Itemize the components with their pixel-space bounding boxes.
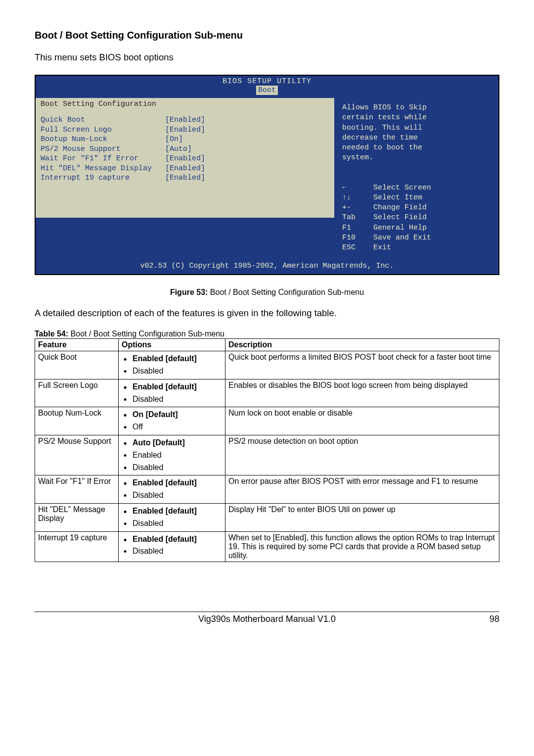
- intro-text: This menu sets BIOS boot options: [35, 52, 499, 63]
- option-item: Disabled: [122, 462, 222, 474]
- option-item: Off: [122, 421, 222, 433]
- table-row: Hit "DEL" Message DisplayEnabled [defaul…: [35, 504, 499, 532]
- table-row: Wait For "F1" If ErrorEnabled [default]D…: [35, 475, 499, 504]
- feature-cell: PS/2 Mouse Support: [35, 435, 119, 475]
- description-paragraph: A detailed description of each of the fe…: [35, 308, 499, 319]
- option-item: Enabled [default]: [122, 477, 222, 489]
- option-item: Disabled: [122, 545, 222, 558]
- options-cell: Auto [Default]EnabledDisabled: [119, 435, 225, 475]
- option-item: Enabled [default]: [122, 353, 222, 365]
- bios-copyright-footer: v02.53 (C) Copyright 1985-2002, American…: [36, 258, 498, 274]
- feature-cell: Full Screen Logo: [35, 379, 119, 407]
- table-title-text: Boot / Boot Setting Configuration Sub-me…: [68, 330, 224, 338]
- options-cell: Enabled [default]Disabled: [119, 475, 225, 504]
- option-item: Disabled: [122, 393, 222, 406]
- options-cell: Enabled [default]Disabled: [119, 351, 225, 379]
- option-item: Enabled [default]: [122, 381, 222, 393]
- option-item: Auto [Default]: [122, 437, 222, 449]
- options-cell: Enabled [default]Disabled: [119, 379, 225, 407]
- option-item: On [Default]: [122, 409, 222, 421]
- option-item: Enabled [default]: [122, 533, 222, 546]
- header-options: Options: [119, 339, 225, 351]
- options-cell: Enabled [default]Disabled: [119, 531, 225, 562]
- description-cell: Quick boot performs a limited BIOS POST …: [225, 351, 499, 379]
- feature-cell: Quick Boot: [35, 351, 119, 379]
- header-feature: Feature: [35, 339, 119, 351]
- description-cell: PS/2 mouse detection on boot option: [225, 435, 499, 475]
- options-cell: Enabled [default]Disabled: [119, 504, 225, 532]
- table-row: Bootup Num-LockOn [Default]OffNum lock o…: [35, 407, 499, 435]
- table-body: Quick BootEnabled [default]DisabledQuick…: [35, 351, 499, 562]
- table-row: Interrupt 19 captureEnabled [default]Dis…: [35, 531, 499, 562]
- option-item: Disabled: [122, 365, 222, 378]
- bios-settings-list: Quick Boot [Enabled] Full Screen Logo [E…: [36, 110, 334, 218]
- option-item: Disabled: [122, 518, 222, 530]
- table-row: Full Screen LogoEnabled [default]Disable…: [35, 379, 499, 407]
- option-item: Enabled [default]: [122, 505, 222, 518]
- header-description: Description: [225, 339, 499, 351]
- bios-title: BIOS SETUP UTILITY: [36, 76, 498, 86]
- description-cell: When set to [Enabled], this function all…: [225, 531, 499, 562]
- figure-label: Figure 53:: [170, 288, 208, 296]
- footer-title: Vig390s Motherboard Manual V1.0: [64, 614, 470, 624]
- option-item: Disabled: [122, 489, 222, 502]
- bios-active-tab: Boot: [256, 86, 278, 95]
- bios-section-title: Boot Setting Configuration: [36, 98, 334, 110]
- page-footer: Vig390s Motherboard Manual V1.0 98: [35, 612, 499, 624]
- feature-cell: Interrupt 19 capture: [35, 531, 119, 562]
- table-label: Table 54:: [35, 330, 68, 338]
- bios-tab-row: Boot: [36, 86, 498, 96]
- description-cell: Num lock on boot enable or disable: [225, 407, 499, 435]
- config-table: Feature Options Description Quick BootEn…: [35, 338, 499, 562]
- bios-right-pane: Allows BIOS to Skip certain tests while …: [334, 98, 498, 258]
- bios-left-pane: Boot Setting Configuration Quick Boot [E…: [36, 98, 334, 258]
- bios-help-text: Allows BIOS to Skip certain tests while …: [342, 103, 491, 163]
- feature-cell: Hit "DEL" Message Display: [35, 504, 119, 532]
- table-row: Quick BootEnabled [default]DisabledQuick…: [35, 351, 499, 379]
- table-header-row: Feature Options Description: [35, 339, 499, 351]
- description-cell: Display Hit "Del" to enter BIOS Util on …: [225, 504, 499, 532]
- table-caption: Table 54: Boot / Boot Setting Configurat…: [35, 330, 499, 338]
- page-heading: Boot / Boot Setting Configuration Sub-me…: [35, 30, 499, 41]
- description-cell: Enables or disables the BIOS boot logo s…: [225, 379, 499, 407]
- footer-page-number: 98: [470, 614, 499, 624]
- table-row: PS/2 Mouse SupportAuto [Default]EnabledD…: [35, 435, 499, 475]
- options-cell: On [Default]Off: [119, 407, 225, 435]
- description-cell: On error pause after BIOS POST with erro…: [225, 475, 499, 504]
- figure-text: Boot / Boot Setting Configuration Sub-me…: [208, 288, 364, 296]
- bios-key-legend: ← Select Screen ↑↓ Select Item +- Change…: [342, 183, 491, 253]
- feature-cell: Wait For "F1" If Error: [35, 475, 119, 504]
- figure-caption: Figure 53: Boot / Boot Setting Configura…: [35, 288, 499, 297]
- bios-content: Boot Setting Configuration Quick Boot [E…: [36, 96, 498, 258]
- option-item: Enabled: [122, 449, 222, 462]
- bios-setup-screenshot: BIOS SETUP UTILITY Boot Boot Setting Con…: [35, 75, 499, 275]
- feature-cell: Bootup Num-Lock: [35, 407, 119, 435]
